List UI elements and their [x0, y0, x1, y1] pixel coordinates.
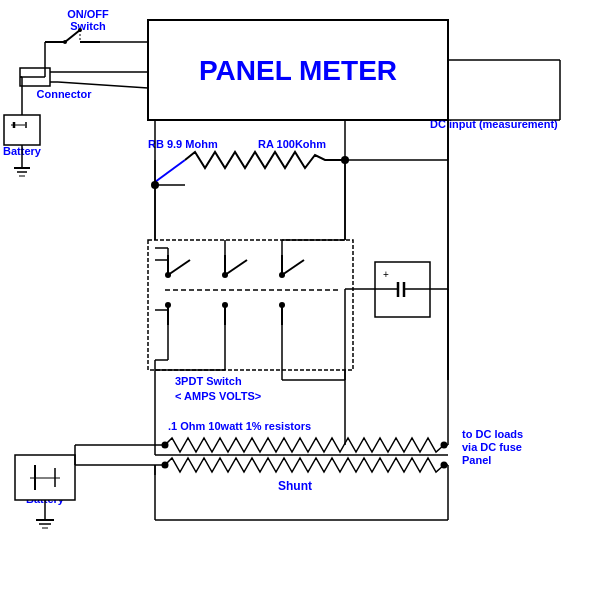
svg-point-47	[222, 302, 228, 308]
dc-loads-label: to DC loads	[462, 428, 523, 440]
shunt-label: Shunt	[278, 479, 312, 493]
rb-label: RB 9.9 Mohm	[148, 138, 218, 150]
dc-loads-label2: via DC fuse	[462, 441, 522, 453]
resistors-label: .1 Ohm 10watt 1% resistors	[168, 420, 311, 432]
svg-point-52	[279, 302, 285, 308]
switch-amps-volts-label: < AMPS VOLTS>	[175, 390, 261, 402]
svg-point-42	[165, 302, 171, 308]
connector-label: Connector	[37, 88, 93, 100]
switch-3pdt-label: 3PDT Switch	[175, 375, 242, 387]
svg-rect-17	[4, 115, 40, 145]
panel-meter-label: PANEL METER	[199, 55, 397, 86]
on-off-switch-label: ON/OFF	[67, 8, 109, 20]
svg-text:+: +	[383, 269, 389, 280]
svg-rect-38	[148, 240, 353, 370]
svg-point-75	[441, 462, 448, 469]
svg-point-72	[162, 442, 169, 449]
ra-label: RA 100Kohm	[258, 138, 326, 150]
svg-point-73	[441, 442, 448, 449]
svg-point-74	[162, 462, 169, 469]
switch-label2: Switch	[70, 20, 106, 32]
dc-loads-label3: Panel	[462, 454, 491, 466]
